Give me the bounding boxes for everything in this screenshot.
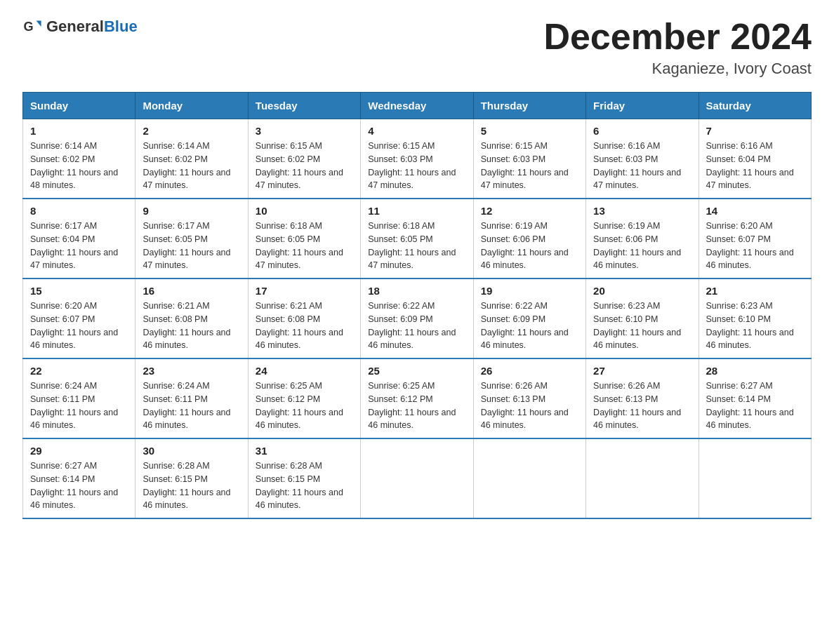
day-info: Sunrise: 6:16 AMSunset: 6:03 PMDaylight:… [593,140,691,192]
calendar-cell [473,438,585,518]
day-header-saturday: Saturday [699,93,811,119]
day-number: 22 [30,365,128,377]
calendar-table: SundayMondayTuesdayWednesdayThursdayFrid… [22,92,812,519]
day-info: Sunrise: 6:21 AMSunset: 6:08 PMDaylight:… [256,300,353,352]
calendar-cell: 31Sunrise: 6:28 AMSunset: 6:15 PMDayligh… [248,438,360,518]
page-header: G GeneralBlue December 2024 Kaganieze, I… [22,17,812,78]
calendar-cell: 2Sunrise: 6:14 AMSunset: 6:02 PMDaylight… [135,119,248,199]
calendar-week-row: 29Sunrise: 6:27 AMSunset: 6:14 PMDayligh… [23,438,812,518]
day-info: Sunrise: 6:16 AMSunset: 6:04 PMDaylight:… [706,140,804,192]
calendar-cell: 16Sunrise: 6:21 AMSunset: 6:08 PMDayligh… [135,279,248,358]
calendar-cell [586,438,699,518]
calendar-cell: 8Sunrise: 6:17 AMSunset: 6:04 PMDaylight… [23,199,135,279]
calendar-cell: 7Sunrise: 6:16 AMSunset: 6:04 PMDaylight… [699,119,811,199]
calendar-cell: 10Sunrise: 6:18 AMSunset: 6:05 PMDayligh… [248,199,360,279]
day-number: 3 [256,125,353,137]
day-info: Sunrise: 6:27 AMSunset: 6:14 PMDaylight:… [706,380,804,432]
calendar-cell: 9Sunrise: 6:17 AMSunset: 6:05 PMDaylight… [135,199,248,279]
day-number: 11 [368,205,465,217]
day-number: 17 [256,285,353,297]
calendar-week-row: 22Sunrise: 6:24 AMSunset: 6:11 PMDayligh… [23,358,812,438]
calendar-cell: 3Sunrise: 6:15 AMSunset: 6:02 PMDaylight… [248,119,360,199]
day-info: Sunrise: 6:15 AMSunset: 6:02 PMDaylight:… [256,140,353,192]
day-info: Sunrise: 6:26 AMSunset: 6:13 PMDaylight:… [593,380,691,432]
day-info: Sunrise: 6:22 AMSunset: 6:09 PMDaylight:… [481,300,578,352]
day-number: 28 [706,365,804,377]
day-number: 14 [706,205,804,217]
calendar-cell: 23Sunrise: 6:24 AMSunset: 6:11 PMDayligh… [135,358,248,438]
day-number: 4 [368,125,465,137]
day-info: Sunrise: 6:19 AMSunset: 6:06 PMDaylight:… [593,220,691,272]
calendar-cell: 13Sunrise: 6:19 AMSunset: 6:06 PMDayligh… [586,199,699,279]
day-number: 10 [256,205,353,217]
svg-marker-1 [37,21,41,27]
calendar-cell: 15Sunrise: 6:20 AMSunset: 6:07 PMDayligh… [23,279,135,358]
calendar-cell: 5Sunrise: 6:15 AMSunset: 6:03 PMDaylight… [473,119,585,199]
day-header-thursday: Thursday [473,93,585,119]
svg-text:G: G [23,20,33,34]
day-header-monday: Monday [135,93,248,119]
day-number: 13 [593,205,691,217]
day-info: Sunrise: 6:23 AMSunset: 6:10 PMDaylight:… [706,300,804,352]
day-number: 23 [143,365,240,377]
day-number: 26 [481,365,578,377]
day-number: 19 [481,285,578,297]
calendar-cell: 27Sunrise: 6:26 AMSunset: 6:13 PMDayligh… [586,358,699,438]
day-number: 2 [143,125,240,137]
logo-text-general: General [46,18,104,35]
day-number: 9 [143,205,240,217]
day-info: Sunrise: 6:18 AMSunset: 6:05 PMDaylight:… [368,220,465,272]
day-info: Sunrise: 6:22 AMSunset: 6:09 PMDaylight:… [368,300,465,352]
calendar-cell: 12Sunrise: 6:19 AMSunset: 6:06 PMDayligh… [473,199,585,279]
day-info: Sunrise: 6:15 AMSunset: 6:03 PMDaylight:… [368,140,465,192]
logo: G GeneralBlue [22,17,138,36]
day-info: Sunrise: 6:17 AMSunset: 6:05 PMDaylight:… [143,220,240,272]
month-title: December 2024 [543,17,812,57]
day-info: Sunrise: 6:23 AMSunset: 6:10 PMDaylight:… [593,300,691,352]
day-number: 25 [368,365,465,377]
calendar-cell: 14Sunrise: 6:20 AMSunset: 6:07 PMDayligh… [699,199,811,279]
day-info: Sunrise: 6:28 AMSunset: 6:15 PMDaylight:… [256,459,353,512]
day-header-friday: Friday [586,93,699,119]
day-info: Sunrise: 6:20 AMSunset: 6:07 PMDaylight:… [706,220,804,272]
day-number: 24 [256,365,353,377]
location-title: Kaganieze, Ivory Coast [543,60,812,78]
day-header-wednesday: Wednesday [361,93,473,119]
calendar-cell: 25Sunrise: 6:25 AMSunset: 6:12 PMDayligh… [361,358,473,438]
calendar-cell: 18Sunrise: 6:22 AMSunset: 6:09 PMDayligh… [361,279,473,358]
calendar-cell: 19Sunrise: 6:22 AMSunset: 6:09 PMDayligh… [473,279,585,358]
calendar-cell: 28Sunrise: 6:27 AMSunset: 6:14 PMDayligh… [699,358,811,438]
day-number: 16 [143,285,240,297]
day-info: Sunrise: 6:18 AMSunset: 6:05 PMDaylight:… [256,220,353,272]
day-info: Sunrise: 6:24 AMSunset: 6:11 PMDaylight:… [30,380,128,432]
calendar-week-row: 1Sunrise: 6:14 AMSunset: 6:02 PMDaylight… [23,119,812,199]
calendar-week-row: 15Sunrise: 6:20 AMSunset: 6:07 PMDayligh… [23,279,812,358]
calendar-cell: 24Sunrise: 6:25 AMSunset: 6:12 PMDayligh… [248,358,360,438]
calendar-week-row: 8Sunrise: 6:17 AMSunset: 6:04 PMDaylight… [23,199,812,279]
day-number: 8 [30,205,128,217]
calendar-header-row: SundayMondayTuesdayWednesdayThursdayFrid… [23,93,812,119]
calendar-cell: 30Sunrise: 6:28 AMSunset: 6:15 PMDayligh… [135,438,248,518]
day-number: 20 [593,285,691,297]
day-number: 30 [143,445,240,457]
day-number: 6 [593,125,691,137]
calendar-cell: 1Sunrise: 6:14 AMSunset: 6:02 PMDaylight… [23,119,135,199]
day-header-sunday: Sunday [23,93,135,119]
day-info: Sunrise: 6:24 AMSunset: 6:11 PMDaylight:… [143,380,240,432]
day-info: Sunrise: 6:27 AMSunset: 6:14 PMDaylight:… [30,459,128,512]
day-info: Sunrise: 6:21 AMSunset: 6:08 PMDaylight:… [143,300,240,352]
day-info: Sunrise: 6:25 AMSunset: 6:12 PMDaylight:… [256,380,353,432]
day-info: Sunrise: 6:19 AMSunset: 6:06 PMDaylight:… [481,220,578,272]
day-header-tuesday: Tuesday [248,93,360,119]
day-number: 5 [481,125,578,137]
day-number: 27 [593,365,691,377]
day-info: Sunrise: 6:25 AMSunset: 6:12 PMDaylight:… [368,380,465,432]
calendar-cell: 29Sunrise: 6:27 AMSunset: 6:14 PMDayligh… [23,438,135,518]
day-number: 29 [30,445,128,457]
day-number: 15 [30,285,128,297]
calendar-cell [361,438,473,518]
day-info: Sunrise: 6:20 AMSunset: 6:07 PMDaylight:… [30,300,128,352]
day-number: 1 [30,125,128,137]
day-number: 18 [368,285,465,297]
day-number: 7 [706,125,804,137]
